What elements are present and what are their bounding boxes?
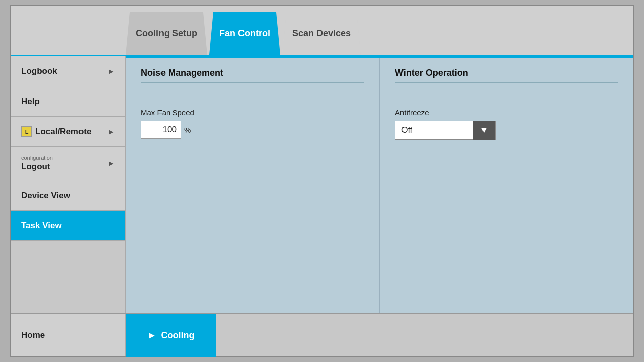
max-fan-speed-unit: % [184,126,191,134]
tab-bar: Cooling Setup Fan Control Scan Devices [11,6,633,56]
sidebar: Logbook ► Help L Local/Remote ► configur… [11,56,126,313]
max-fan-speed-label: Max Fan Speed [141,108,194,117]
antifreeze-dropdown[interactable]: Off ▼ [395,121,496,140]
sidebar-item-logbook[interactable]: Logbook ► [11,56,125,86]
winter-operation-panel: Winter Operation Antifreeze Off ▼ [380,58,633,313]
noise-management-content: Max Fan Speed % [141,98,364,149]
sidebar-item-task-view[interactable]: Task View [11,211,125,241]
local-icon: L [21,126,32,137]
panels-row: Noise Management Max Fan Speed % Winter … [126,56,633,313]
winter-operation-content: Antifreeze Off ▼ [395,98,618,150]
bottom-arrow-icon: ► [148,330,157,341]
max-fan-speed-input[interactable] [141,121,181,139]
antifreeze-label: Antifreeze [395,108,429,117]
winter-operation-title: Winter Operation [395,68,618,83]
tab-scan-devices[interactable]: Scan Devices [282,12,361,55]
logbook-arrow-icon: ► [108,67,115,75]
chevron-down-icon: ▼ [480,126,488,135]
sidebar-item-local-remote[interactable]: L Local/Remote ► [11,117,125,147]
tab-cooling-setup[interactable]: Cooling Setup [126,12,207,55]
logout-arrow-icon: ► [108,159,115,167]
bottom-bar: Home ► Cooling [11,313,633,356]
noise-management-panel: Noise Management Max Fan Speed % [126,58,380,313]
antifreeze-value: Off [395,126,473,135]
main-area: Logbook ► Help L Local/Remote ► configur… [11,56,633,313]
antifreeze-dropdown-btn[interactable]: ▼ [473,121,495,140]
local-remote-arrow-icon: ► [108,128,115,136]
app-container: Cooling Setup Fan Control Scan Devices L… [10,5,634,357]
bottom-home[interactable]: Home [11,314,126,356]
tab-fan-control[interactable]: Fan Control [209,12,280,55]
content-panel: Noise Management Max Fan Speed % Winter … [126,56,633,313]
sidebar-item-help[interactable]: Help [11,86,125,117]
noise-management-title: Noise Management [141,68,364,83]
sidebar-item-device-view[interactable]: Device View [11,180,125,211]
bottom-cooling-tab[interactable]: ► Cooling [126,314,216,357]
sidebar-item-logout[interactable]: configuration Logout ► [11,147,125,180]
max-fan-speed-row: % [141,121,191,139]
